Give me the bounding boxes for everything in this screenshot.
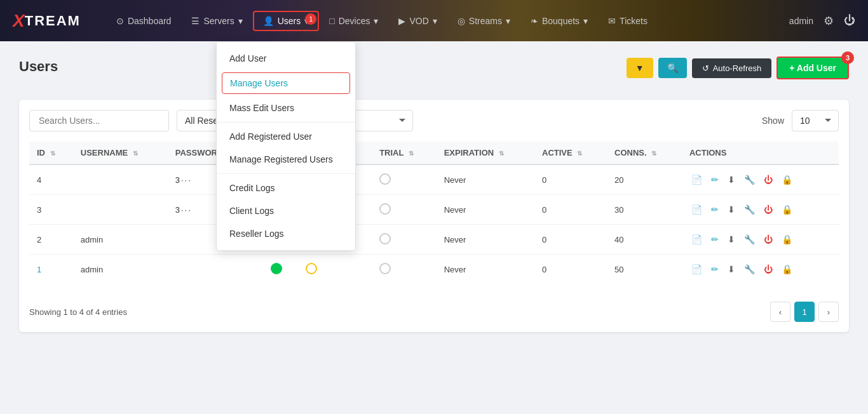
cell-expiration: Never <box>437 255 534 284</box>
edit-icon[interactable]: ✏ <box>709 232 721 246</box>
nav-item-users[interactable]: 👤 Users ▾ 1 <box>253 11 320 31</box>
dropdown-item-client-logs[interactable]: Client Logs <box>217 199 355 222</box>
power-row-icon[interactable]: ⏻ <box>762 173 775 187</box>
info-icon[interactable]: 📄 <box>689 203 704 217</box>
chevron-down-icon: ▾ <box>238 16 243 26</box>
power-icon[interactable]: ⏻ <box>844 14 855 27</box>
nav-item-vod[interactable]: ▶ VOD ▾ <box>388 11 447 31</box>
table-container: All Resellers No Filter Show 10 25 50 10… <box>19 100 849 332</box>
power-row-icon[interactable]: ⏻ <box>762 262 775 276</box>
nav-item-dashboard[interactable]: ⊙ Dashboard <box>106 11 182 31</box>
nav-item-devices[interactable]: □ Devices ▾ <box>319 11 388 31</box>
wrench-icon[interactable]: 🔧 <box>742 232 757 246</box>
power-row-icon[interactable]: ⏻ <box>762 203 775 217</box>
download-icon[interactable]: ⬇ <box>726 203 737 217</box>
cell-actions: 📄 ✏ ⬇ 🔧 ⏻ 🔒 <box>682 164 839 195</box>
search-toggle-button[interactable]: 🔍 <box>658 58 687 78</box>
cell-conns: 40 <box>607 225 682 255</box>
table-filters: All Resellers No Filter Show 10 25 50 10… <box>29 110 839 131</box>
nav-label-streams: Streams <box>469 16 502 26</box>
logo-tream-text: TREAM <box>25 13 81 29</box>
col-header-username[interactable]: USERNAME ⇅ <box>73 142 168 164</box>
reseller-logs-label: Reseller Logs <box>229 229 284 239</box>
autorefresh-label: Auto-Refresh <box>713 63 762 73</box>
dropdown-item-manage-registered-users[interactable]: Manage Registered Users <box>217 148 355 171</box>
download-icon[interactable]: ⬇ <box>726 173 737 187</box>
chevron-down-icon-bouquets: ▾ <box>583 16 588 26</box>
power-row-icon[interactable]: ⏻ <box>762 232 775 246</box>
info-icon[interactable]: 📄 <box>689 173 704 187</box>
wrench-icon[interactable]: 🔧 <box>742 203 757 217</box>
col-header-conns[interactable]: CONNS. ⇅ <box>607 142 682 164</box>
wrench-icon[interactable]: 🔧 <box>742 262 757 276</box>
main-nav: ⊙ Dashboard ☰ Servers ▾ 👤 Users ▾ 1 □ De… <box>106 11 789 31</box>
cell-id: 3 <box>29 195 73 225</box>
edit-icon[interactable]: ✏ <box>709 173 721 187</box>
dropdown-item-add-user[interactable]: Add User <box>217 47 355 70</box>
info-icon[interactable]: 📄 <box>689 232 704 246</box>
lock-icon[interactable]: 🔒 <box>780 203 794 217</box>
nav-item-tickets[interactable]: ✉ Tickets <box>598 11 658 31</box>
logo-x-letter: X <box>13 11 25 31</box>
table-row: 3 3··· Never 0 30 📄 ✏ ⬇ 🔧 <box>29 195 839 225</box>
cell-id: 4 <box>29 164 73 195</box>
autorefresh-button[interactable]: ↺ Auto-Refresh <box>692 58 772 78</box>
cell-username <box>73 195 168 225</box>
nav-item-bouquets[interactable]: ❧ Bouquets ▾ <box>520 11 598 31</box>
edit-icon[interactable]: ✏ <box>709 262 721 276</box>
manage-registered-users-label: Manage Registered Users <box>229 154 333 164</box>
cell-username <box>73 164 168 195</box>
cell-trial <box>372 225 436 255</box>
nav-item-servers[interactable]: ☰ Servers ▾ <box>181 11 252 31</box>
dropdown-item-add-registered-user[interactable]: Add Registered User <box>217 125 355 148</box>
add-registered-user-label: Add Registered User <box>229 131 312 142</box>
settings-gear-icon[interactable]: ⚙ <box>824 14 834 28</box>
cell-conns: 20 <box>607 164 682 195</box>
download-icon[interactable]: ⬇ <box>726 262 737 276</box>
dropdown-item-manage-users[interactable]: Manage Users <box>222 72 350 94</box>
col-header-expiration[interactable]: EXPIRATION ⇅ <box>437 142 534 164</box>
search-icon: 🔍 <box>667 63 678 73</box>
cell-active: 0 <box>534 255 607 284</box>
add-user-button[interactable]: + Add User 3 <box>776 57 849 79</box>
filter-button[interactable]: ▼ <box>627 58 653 78</box>
nav-label-vod: VOD <box>409 16 428 26</box>
dropdown-item-reseller-logs[interactable]: Reseller Logs <box>217 222 355 245</box>
chevron-down-icon-devices: ▾ <box>374 16 378 26</box>
info-icon[interactable]: 📄 <box>689 262 704 276</box>
lock-icon[interactable]: 🔒 <box>780 262 794 276</box>
client-logs-label: Client Logs <box>229 206 274 216</box>
search-input[interactable] <box>29 110 169 131</box>
dropdown-item-mass-edit-users[interactable]: Mass Edit Users <box>217 97 355 119</box>
nav-right: admin ⚙ ⏻ <box>789 14 855 28</box>
cell-username: admin <box>73 255 168 284</box>
col-header-trial[interactable]: TRIAL ⇅ <box>372 142 436 164</box>
cell-trial <box>372 195 436 225</box>
wrench-icon[interactable]: 🔧 <box>742 173 757 187</box>
dropdown-item-credit-logs[interactable]: Credit Logs <box>217 177 355 199</box>
pagination-page-1-button[interactable]: 1 <box>794 302 815 322</box>
pagination-next-button[interactable]: › <box>818 302 839 322</box>
cell-actions: 📄 ✏ ⬇ 🔧 ⏻ 🔒 <box>682 255 839 284</box>
table-row: 2 admin Never 0 40 📄 ✏ ⬇ 🔧 <box>29 225 839 255</box>
show-count-select[interactable]: 10 25 50 100 <box>792 110 839 131</box>
logo: X TREAM <box>13 11 81 31</box>
cell-expiration: Never <box>437 164 534 195</box>
download-icon[interactable]: ⬇ <box>726 232 737 246</box>
page-title: Users <box>19 58 58 75</box>
mass-edit-users-label: Mass Edit Users <box>229 103 294 113</box>
nav-item-streams[interactable]: ◎ Streams ▾ <box>447 11 520 31</box>
lock-icon[interactable]: 🔒 <box>780 173 794 187</box>
col-header-id[interactable]: ID ⇅ <box>29 142 73 164</box>
cell-active: 0 <box>534 195 607 225</box>
pagination-prev-button[interactable]: ‹ <box>770 302 790 322</box>
cell-conns: 50 <box>607 255 682 284</box>
table-header-row: ID ⇅ USERNAME ⇅ PASSWORD ⇅ S ONLINE ⇅ TR… <box>29 142 839 164</box>
lock-icon[interactable]: 🔒 <box>780 232 794 246</box>
users-icon: 👤 <box>263 16 274 26</box>
cell-expiration: Never <box>437 225 534 255</box>
col-header-active[interactable]: ACTIVE ⇅ <box>534 142 607 164</box>
streams-icon: ◎ <box>458 16 465 26</box>
dashboard-icon: ⊙ <box>116 16 124 26</box>
edit-icon[interactable]: ✏ <box>709 203 721 217</box>
